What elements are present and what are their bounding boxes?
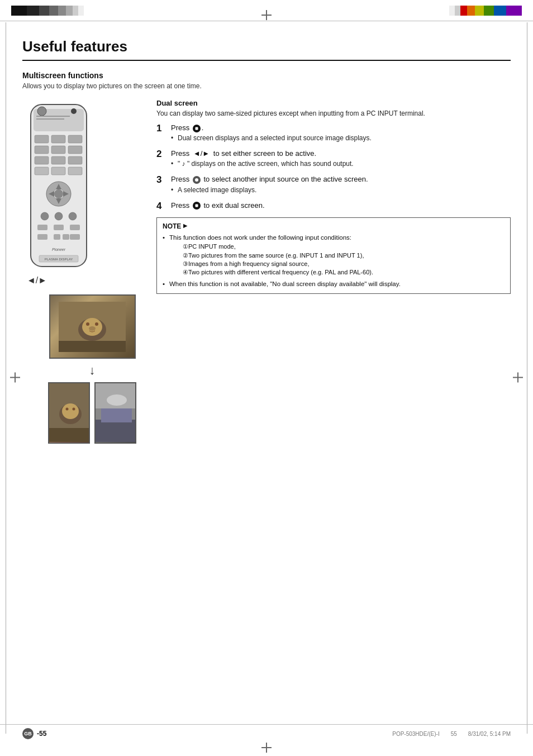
page-number-area: GB -55 [22, 728, 46, 739]
note-item-1-text: This function does not work under the fo… [169, 234, 351, 241]
svg-rect-15 [35, 167, 49, 175]
main-content: Useful features Multiscreen functions Al… [0, 21, 533, 477]
deco-block [455, 6, 460, 16]
input-button-icon [193, 176, 201, 184]
svg-rect-8 [68, 135, 82, 143]
remote-illustration: Pioneer PLASMA DISPLAY ◄/► [22, 99, 145, 286]
deco-block [484, 6, 494, 16]
two-column-layout: Pioneer PLASMA DISPLAY ◄/► [22, 99, 511, 444]
step-1-press-label: Press [171, 123, 189, 132]
tv-split-right [94, 382, 136, 444]
bottom-bar: GB -55 POP-503HDE/(E)-I 55 8/31/02, 5:14… [0, 724, 533, 743]
note-numbered-4: ④Two pictures with different vertical fr… [169, 268, 505, 277]
lion-svg [59, 302, 126, 352]
section-subtext: Allows you to display two pictures on th… [22, 82, 511, 90]
bottom-section: GB -55 POP-503HDE/(E)-I 55 8/31/02, 5:14… [0, 724, 533, 756]
steps-area: 1 Press . Dual screen displays and a sel… [156, 123, 511, 294]
svg-rect-52 [96, 420, 136, 442]
svg-rect-4 [36, 116, 70, 117]
step-3-bullet: A selected image displays. [171, 185, 511, 195]
svg-point-41 [86, 322, 89, 326]
deco-block [506, 6, 522, 16]
step-3-content: Press to select another input source on … [171, 174, 511, 194]
border-left [6, 22, 6, 734]
svg-rect-31 [37, 234, 47, 240]
svg-rect-50 [49, 428, 90, 442]
step-1-main: Press . [171, 123, 511, 133]
tv-split-left-image [49, 383, 89, 443]
note-numbered-2: ②Two pictures from the same source (e.g.… [169, 251, 505, 260]
svg-rect-6 [35, 135, 49, 143]
step-3-main: Press to select another input source on … [171, 174, 511, 184]
step-1: 1 Press . Dual screen displays and a sel… [156, 123, 511, 143]
svg-point-47 [62, 403, 79, 419]
svg-point-43 [89, 326, 96, 331]
date-ref: 8/31/02, 5:14 PM [468, 731, 511, 737]
page-title: Useful features [22, 38, 511, 61]
deco-block [58, 6, 66, 16]
step-2-bullet: " ♪ " displays on the active screen, whi… [171, 159, 511, 169]
deco-block [475, 6, 484, 16]
top-decorative-bar [0, 0, 533, 21]
deco-block [11, 6, 27, 16]
step-4-text: to exit dual screen. [203, 201, 264, 210]
deco-block [49, 6, 58, 16]
landscape-svg [96, 383, 136, 442]
section-heading: Multiscreen functions [22, 71, 511, 80]
svg-rect-32 [54, 234, 60, 240]
deco-block [66, 6, 73, 16]
svg-rect-29 [54, 225, 64, 230]
file-ref: POP-503HDE/(E)-I [392, 731, 439, 737]
svg-point-49 [73, 408, 75, 411]
note-box: NOTE This function does not work under t… [156, 217, 511, 294]
svg-point-42 [95, 322, 98, 326]
step-3-text: to select another input source on the ac… [203, 175, 368, 183]
right-column: Dual screen You can display two same-siz… [156, 99, 511, 444]
deco-block [39, 6, 49, 16]
tv-screens-illustration: ↓ [39, 294, 145, 444]
bottom-crosshair-area [0, 743, 533, 756]
svg-point-27 [69, 212, 77, 220]
step-3-press-label: Press [171, 175, 192, 183]
svg-point-25 [41, 212, 49, 220]
svg-rect-28 [37, 225, 47, 230]
step-4-number: 4 [156, 201, 168, 212]
step-1-bullet: Dual screen displays and a selected inpu… [171, 133, 511, 143]
svg-rect-16 [51, 167, 65, 175]
dual-screen-heading: Dual screen [156, 99, 511, 107]
deco-block [467, 6, 475, 16]
svg-point-55 [107, 394, 127, 406]
step-3-number: 3 [156, 174, 168, 186]
step-2-text: to set either screen to be active. [213, 149, 316, 158]
right-margin-crosshair [513, 372, 523, 384]
dual-screen-subtext: You can display two same-sized pictures … [156, 110, 511, 117]
svg-text:PLASMA DISPLAY: PLASMA DISPLAY [45, 258, 73, 261]
top-deco-left [11, 6, 84, 16]
svg-point-24 [54, 189, 63, 198]
bottom-crosshair [261, 743, 272, 753]
svg-rect-7 [51, 135, 65, 143]
svg-rect-33 [63, 234, 69, 240]
tv-split-screen [48, 382, 136, 444]
step-2-number: 2 [156, 149, 168, 160]
note-item-1: This function does not work under the fo… [163, 233, 505, 277]
note-title: NOTE [163, 221, 505, 231]
svg-rect-13 [51, 156, 65, 164]
arrow-label: ◄/► [27, 275, 49, 286]
tv-single-screen [49, 294, 136, 359]
svg-point-48 [66, 408, 69, 411]
step-2: 2 Press ◄/► to set either screen to be a… [156, 149, 511, 169]
svg-rect-14 [68, 156, 82, 164]
step-1-number: 1 [156, 123, 168, 134]
svg-text:Pioneer: Pioneer [52, 248, 66, 251]
step-4-main: Press to exit dual screen. [171, 201, 511, 211]
remote-svg: Pioneer PLASMA DISPLAY [22, 99, 95, 278]
note-item-2: When this function is not available, "No… [163, 279, 505, 289]
top-deco-right [449, 6, 522, 16]
down-arrow: ↓ [89, 363, 96, 378]
tv-split-right-image [96, 383, 135, 443]
deco-block [449, 6, 455, 16]
deco-block [27, 6, 39, 16]
page-ref: 55 [451, 731, 457, 737]
left-column: Pioneer PLASMA DISPLAY ◄/► [22, 99, 145, 444]
